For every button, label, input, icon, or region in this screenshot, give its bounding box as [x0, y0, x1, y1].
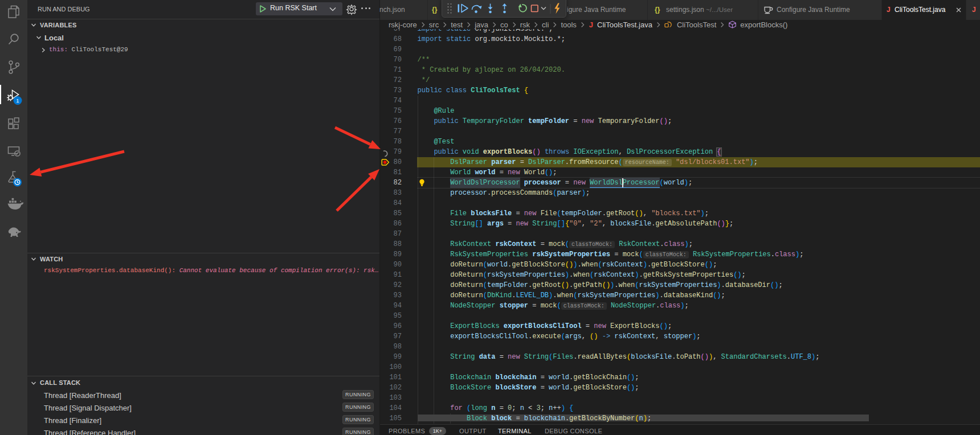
- svg-text:1: 1: [16, 97, 19, 104]
